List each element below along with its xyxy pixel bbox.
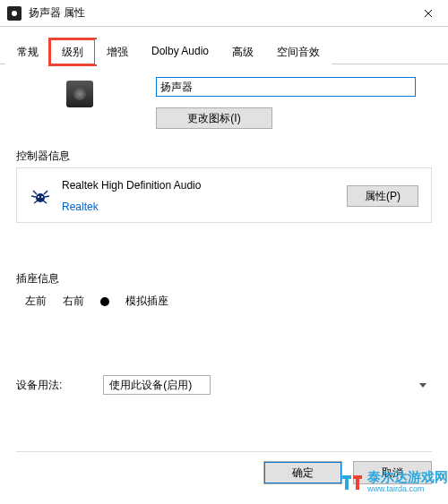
window-title: 扬声器 属性	[29, 5, 408, 21]
usage-select-wrap: 使用此设备(启用)	[103, 375, 432, 395]
svg-point-2	[41, 196, 43, 198]
tab-general[interactable]: 常规	[5, 39, 50, 64]
jack-group-label: 插座信息	[16, 271, 432, 286]
watermark-text: 泰尔达游戏网	[367, 469, 448, 484]
close-icon	[424, 9, 433, 18]
jack-dot-icon	[100, 297, 109, 306]
jack-row: 左前 右前 模拟插座	[16, 290, 432, 312]
controller-group-label: 控制器信息	[16, 149, 432, 164]
ok-button[interactable]: 确定	[263, 461, 342, 484]
device-row: 更改图标(I)	[16, 77, 432, 129]
tairda-logo-icon	[340, 470, 364, 493]
controller-name: Realtek High Definition Audio	[62, 179, 347, 192]
tab-enhancements[interactable]: 增强	[95, 39, 140, 64]
controller-properties-button[interactable]: 属性(P)	[347, 185, 418, 207]
usage-label: 设备用法:	[16, 378, 62, 393]
realtek-crab-icon	[30, 185, 51, 207]
usage-select[interactable]: 使用此设备(启用)	[103, 375, 211, 395]
jack-right-front: 右前	[63, 294, 84, 309]
speaker-icon	[66, 81, 93, 107]
tab-strip: 常规 级别 增强 Dolby Audio 高级 空间音效	[0, 36, 448, 64]
tab-levels[interactable]: 级别	[50, 39, 95, 64]
tab-advanced[interactable]: 高级	[220, 39, 265, 64]
controller-vendor: Realtek	[62, 201, 347, 213]
watermark: 泰尔达游戏网 www.tairda.com	[340, 469, 448, 493]
jack-left-front: 左前	[25, 294, 47, 309]
tab-spatial-sound[interactable]: 空间音效	[265, 39, 332, 64]
tab-dolby-audio[interactable]: Dolby Audio	[140, 39, 220, 64]
jack-analog: 模拟插座	[125, 294, 168, 309]
tab-content: 更改图标(I) 控制器信息 Realtek High Definition Au…	[0, 64, 448, 404]
controller-group: Realtek High Definition Audio Realtek 属性…	[16, 167, 432, 223]
change-icon-button[interactable]: 更改图标(I)	[156, 107, 272, 129]
close-button[interactable]	[408, 0, 448, 27]
titlebar: 扬声器 属性	[0, 0, 448, 27]
app-icon	[7, 6, 22, 21]
divider	[16, 451, 432, 452]
device-name-input[interactable]	[156, 77, 416, 97]
svg-point-1	[38, 196, 39, 198]
usage-row: 设备用法: 使用此设备(启用)	[16, 375, 432, 395]
watermark-sub: www.tairda.com	[367, 484, 448, 493]
